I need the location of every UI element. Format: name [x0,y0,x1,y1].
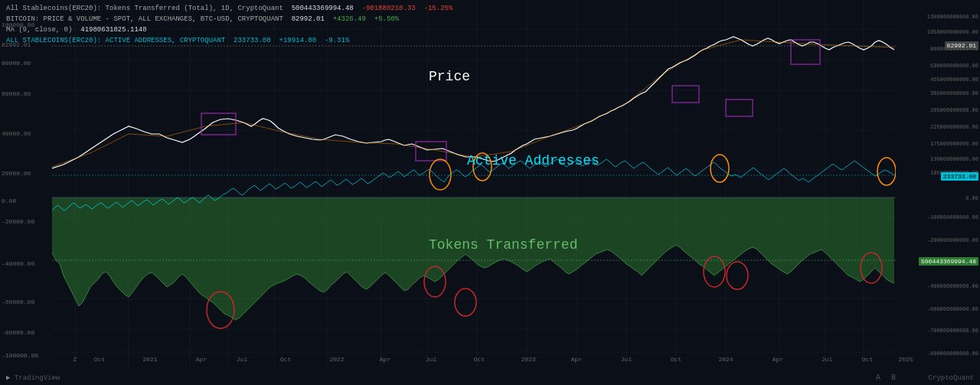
svg-point-41 [455,289,476,316]
tokens-transferred-label: Tokens Transferred [429,237,577,253]
svg-rect-33 [726,100,753,116]
time-label-jul2024: Jul [822,356,832,363]
r-label-285: 285000000000.00 [930,107,978,113]
value-active: 233733.00 [234,37,271,44]
time-label-oct2023: Oct [671,356,681,363]
r-label-n600: -600000000000.00 [927,306,978,312]
nav-zoom-b[interactable]: B [891,374,896,382]
r-label-n100: -100000000000.00 [927,214,978,220]
header-line-2: BITCOIN: PRICE & VOLUME - SPOT, ALL EXCH… [6,14,452,24]
l-label-60k: 60000.00 [2,90,31,97]
nav-zoom-a[interactable]: A [876,374,880,382]
time-label-2021: 2021 [142,356,157,363]
nav-left[interactable]: ← [52,374,57,382]
time-label-2025: 2025 [898,356,913,363]
price-label: Price [429,69,470,84]
time-label-2024: 2024 [718,356,733,363]
r-label-1050: 1050000000000.00 [927,29,978,35]
time-label-apr2023: Apr [571,356,582,363]
time-axis: Z Oct 2021 Apr Jul Oct 2022 Apr Jul Oct … [52,356,896,368]
value-ma: 41980631825.1148 [80,26,146,34]
svg-point-37 [710,155,729,182]
r-label-n400: -400000000000.00 [927,283,978,289]
header-line-4: ALL STABLECOINS(ERC20): ACTIVE ADDRESSES… [6,35,452,46]
l-label-neg80k: -80000.00 [2,329,34,336]
cryptoquant-brand: CryptoQuant [929,374,974,382]
r-label-n200: -200000000000.00 [927,237,978,243]
svg-point-43 [727,262,748,289]
time-label-oct2022: Oct [474,356,485,363]
time-label-z: Z [74,356,77,363]
tokens-price-tag: 500443369994.48 [919,257,978,266]
series-name-3: MA (9, close, 0) [6,26,72,34]
svg-point-35 [430,159,451,190]
r-label-590: 590000000000.00 [930,63,978,69]
time-label-jul2022: Jul [426,356,436,363]
main-chart-svg [52,0,896,385]
r-label-465: 465000000000.00 [930,77,978,83]
time-label-apr2022: Apr [380,356,390,363]
pct-tokens: -15.25% [424,5,453,12]
time-label-apr2024: Apr [773,356,783,363]
r-label-225: 225000000000.00 [930,124,978,130]
left-axis: 82992.01 100000.00 80000.00 60000.00 400… [0,0,52,385]
series-name-4: ALL STABLECOINS(ERC20): ACTIVE ADDRESSES… [6,37,225,44]
l-label-neg100k: -100000.00 [2,352,38,359]
series-name-2: BITCOIN: PRICE & VOLUME - SPOT, ALL EXCH… [6,15,283,23]
r-label-130: 130000000000.00 [930,156,978,162]
r-label-175: 175000000000.00 [930,141,978,147]
l-label-neg20k: -20000.00 [2,218,34,225]
btc-price-tag: 82992.01 [945,41,978,50]
chart-container: All Stablecoins(ERC20): Tokens Transferr… [0,0,980,385]
tv-logo-icon: ▶ [6,374,10,382]
time-label-2022: 2022 [329,356,344,363]
l-label-40k: 40000.00 [2,130,31,137]
pct-active: -9.31% [325,37,349,44]
tokens-transferred-area [52,197,894,320]
r-label-n700: -700000000000.00 [927,328,978,334]
time-label-2023: 2023 [521,356,535,363]
time-label-oct2021: Oct [280,356,291,363]
change-tokens: -901880210.33 [362,5,416,12]
r-label-0: 0.00 [965,195,978,201]
svg-marker-29 [52,197,894,320]
value-tokens: 500443369994.48 [292,5,354,12]
active-addresses-label: Active Addresses [467,153,599,168]
l-label-20k: 20000.00 [2,170,31,177]
time-label-oct2020: Oct [94,356,105,363]
cryptoquant-text: CryptoQuant [929,374,974,382]
r-label-n800: -800000000000.00 [927,351,978,357]
change-active: +19914.00 [279,37,316,44]
ma-line [52,40,894,167]
l-label-80k: 80000.00 [2,60,31,67]
time-label-jul2023: Jul [621,356,632,363]
value-btc: 82992.01 [292,15,325,23]
l-label-neg40k: -40000.00 [2,260,34,267]
series-name-1: All Stablecoins(ERC20): Tokens Transferr… [6,5,283,12]
time-label-oct2024: Oct [862,356,873,363]
r-label-365: 365000000000.00 [930,90,978,96]
header-info: All Stablecoins(ERC20): Tokens Transferr… [6,3,452,46]
pct-btc: +5.50% [374,15,399,23]
svg-point-38 [877,158,896,185]
change-btc: +4326.49 [333,15,366,23]
l-label-0: 0.00 [2,197,16,204]
btc-price-line [52,37,894,168]
l-label-neg60k: -60000.00 [2,299,34,305]
r-label-1300: 1300000000000.00 [927,14,978,20]
header-line-3: MA (9, close, 0) 41980631825.1148 [6,24,452,35]
header-line-1: All Stablecoins(ERC20): Tokens Transferr… [6,3,452,14]
active-price-tag: 233733.00 [941,172,978,181]
time-label-apr2021: Apr [196,356,207,363]
time-label-jul2021: Jul [237,356,247,363]
